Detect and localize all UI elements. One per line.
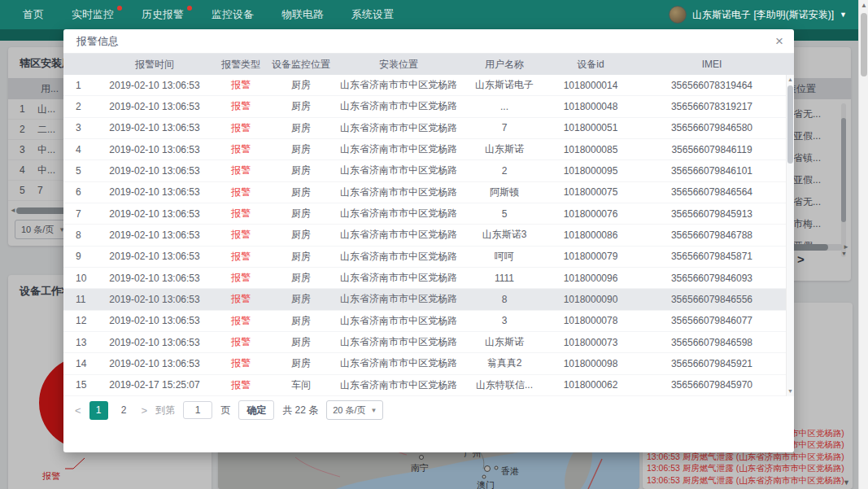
table-row[interactable]: 62019-02-10 13:06:53报警厨房山东省济南市市中区党杨路阿斯顿1… (63, 182, 786, 203)
cell-time: 2019-02-10 13:06:53 (98, 294, 212, 305)
cell-type: 报警 (212, 207, 270, 220)
cell-time: 2019-02-10 13:06:53 (98, 208, 212, 220)
page-size-label: 20 条/页 (333, 404, 365, 417)
scroll-up-icon[interactable]: ▲ (787, 75, 794, 85)
nav-item-0[interactable]: 首页 (23, 7, 44, 22)
nav-item-1[interactable]: 实时监控 (72, 7, 114, 22)
cell-monitor: 厨房 (270, 228, 332, 242)
table-row[interactable]: 52019-02-10 13:06:53报警厨房山东省济南市市中区党杨路2101… (63, 160, 786, 181)
table-row[interactable]: 82019-02-10 13:06:53报警厨房山东省济南市市中区党杨路山东斯诺… (63, 225, 786, 246)
table-row[interactable]: 102019-02-10 13:06:53报警厨房山东省济南市市中区党杨路111… (63, 268, 786, 289)
cell-device_id: 1018000062 (543, 379, 638, 391)
page-button-2[interactable]: 2 (115, 401, 133, 420)
nav-item-label: 首页 (23, 8, 44, 20)
cell-device_id: 1018000073 (543, 337, 638, 348)
cell-device_id: 1018000095 (543, 165, 638, 177)
scroll-up-icon[interactable]: ▲ (859, 0, 868, 11)
table-row[interactable]: 42019-02-10 13:06:53报警厨房山东省济南市市中区党杨路山东斯诺… (63, 139, 786, 160)
cell-install: 山东省济南市市中区党杨路 (332, 78, 465, 92)
table-row[interactable]: 32019-02-10 13:06:53报警厨房山东省济南市市中区党杨路7101… (63, 118, 786, 139)
cell-monitor: 厨房 (270, 292, 332, 306)
cell-monitor: 厨房 (270, 142, 332, 156)
table-row[interactable]: 122019-02-10 13:06:53报警厨房山东省济南市市中区党杨路310… (63, 311, 786, 332)
cell-imei: 356566079846598 (638, 337, 786, 348)
jump-page-input[interactable] (183, 401, 212, 419)
cell-idx: 2 (63, 101, 98, 112)
nav-item-4[interactable]: 物联电路 (281, 7, 324, 22)
cell-idx: 11 (63, 294, 98, 305)
cell-imei: 356566079845921 (638, 358, 786, 369)
table-row[interactable]: 112019-02-10 13:06:53报警厨房山东省济南市市中区党杨路810… (63, 289, 786, 310)
cell-imei: 356566079846580 (638, 122, 786, 133)
cell-install: 山东省济南市市中区党杨路 (332, 292, 465, 306)
column-header-2: 报警类型 (212, 58, 270, 72)
page-buttons: 12 (89, 401, 133, 420)
cell-monitor: 厨房 (270, 99, 332, 113)
cell-time: 2019-02-10 13:06:53 (98, 122, 212, 133)
cell-device_id: 1018000078 (543, 315, 638, 326)
cell-time: 2019-02-10 13:06:53 (98, 165, 212, 177)
cell-device_id: 1018000079 (543, 251, 638, 262)
cell-user: 山东斯诺电子 (465, 78, 543, 92)
cell-idx: 13 (63, 337, 98, 348)
cell-monitor: 厨房 (270, 207, 332, 220)
user-menu[interactable]: 山东斯诺电子 [李助明(斯诺安装)] ▼ (669, 0, 847, 29)
page-button-1[interactable]: 1 (89, 401, 108, 420)
table-row[interactable]: 22019-02-10 13:06:53报警厨房山东省济南市市中区党杨路...1… (63, 96, 786, 117)
table-row[interactable]: 92019-02-10 13:06:53报警厨房山东省济南市市中区党杨路呵呵10… (63, 247, 786, 268)
table-scrollbar-thumb[interactable] (787, 85, 793, 164)
cell-idx: 5 (63, 165, 98, 177)
cell-monitor: 厨房 (270, 271, 332, 285)
cell-user: 山东特联信... (465, 378, 543, 392)
cell-device_id: 1018000086 (543, 229, 638, 241)
nav-item-5[interactable]: 系统设置 (351, 7, 394, 22)
prev-page-button[interactable]: < (75, 404, 81, 417)
chevron-down-icon: ▼ (371, 407, 377, 414)
cell-user: 山东斯诺 (465, 142, 543, 156)
cell-time: 2019-02-10 13:06:53 (98, 186, 212, 198)
nav-item-2[interactable]: 历史报警 (142, 7, 184, 22)
cell-monitor: 车间 (270, 378, 332, 392)
cell-time: 2019-02-10 13:06:53 (98, 315, 212, 326)
cell-device_id: 1018000085 (543, 144, 638, 155)
cell-idx: 12 (63, 315, 98, 326)
cell-time: 2019-02-10 13:06:53 (98, 229, 212, 241)
table-vertical-scrollbar[interactable]: ▲ ▼ (786, 75, 794, 396)
nav-item-3[interactable]: 监控设备 (212, 7, 254, 22)
page-scrollbar[interactable]: ▲ (858, 0, 868, 489)
cell-idx: 8 (63, 229, 98, 241)
cell-type: 报警 (212, 164, 270, 177)
cell-monitor: 厨房 (270, 121, 332, 135)
cell-user: 1111 (465, 273, 543, 284)
confirm-button[interactable]: 确定 (238, 400, 274, 420)
page-size-select[interactable]: 20 条/页 ▼ (326, 400, 383, 420)
chevron-down-icon: ▼ (840, 11, 847, 19)
cell-imei: 356566079846556 (638, 294, 786, 305)
table-row[interactable]: 72019-02-10 13:06:53报警厨房山东省济南市市中区党杨路5101… (63, 203, 786, 225)
table-row[interactable]: 132019-02-10 13:06:53报警厨房山东省济南市市中区党杨路山东斯… (63, 332, 786, 353)
cell-imei: 356566079846101 (638, 165, 786, 177)
column-header-1: 报警时间 (98, 58, 212, 72)
cell-device_id: 1018000096 (543, 273, 638, 284)
page-scrollbar-thumb[interactable] (861, 13, 867, 76)
cell-user: 8 (465, 294, 543, 305)
cell-monitor: 厨房 (270, 250, 332, 264)
cell-imei: 356566079846119 (638, 144, 786, 155)
cell-user: 呵呵 (465, 250, 543, 264)
table-row[interactable]: 12019-02-10 13:06:53报警厨房山东省济南市市中区党杨路山东斯诺… (63, 75, 786, 96)
user-label: 山东斯诺电子 [李助明(斯诺安装)] (692, 8, 834, 22)
cell-type: 报警 (212, 356, 270, 370)
scroll-down-icon[interactable]: ▼ (787, 386, 794, 396)
cell-type: 报警 (212, 121, 270, 135)
cell-time: 2019-02-10 13:06:53 (98, 144, 212, 155)
cell-user: 2 (465, 165, 543, 177)
close-icon[interactable]: × (775, 33, 783, 50)
table-row[interactable]: 152019-02-17 15:25:07报警车间山东省济南市市中区党杨路山东特… (63, 375, 786, 396)
cell-device_id: 1018000014 (543, 80, 638, 91)
next-page-button[interactable]: > (142, 404, 148, 417)
modal-title: 报警信息 (76, 35, 119, 47)
cell-idx: 15 (63, 379, 98, 391)
cell-imei: 356566079845913 (638, 208, 786, 220)
table-row[interactable]: 142019-02-10 13:06:53报警厨房山东省济南市市中区党杨路翁真真… (63, 353, 786, 374)
cell-imei: 356566078319464 (638, 80, 786, 91)
